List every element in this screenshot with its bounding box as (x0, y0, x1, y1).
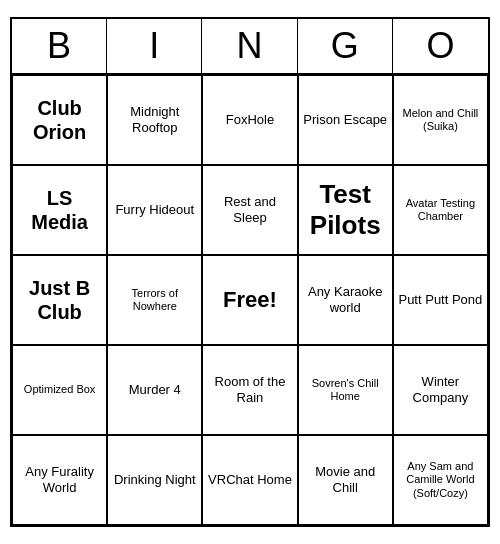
bingo-cell: FoxHole (202, 75, 297, 165)
bingo-letter: N (202, 19, 297, 73)
bingo-cell: Putt Putt Pond (393, 255, 488, 345)
bingo-cell: Room of the Rain (202, 345, 297, 435)
bingo-cell: LS Media (12, 165, 107, 255)
bingo-cell: Terrors of Nowhere (107, 255, 202, 345)
bingo-letter: I (107, 19, 202, 73)
bingo-cell: Murder 4 (107, 345, 202, 435)
bingo-cell: Any Sam and Camille World (Soft/Cozy) (393, 435, 488, 525)
bingo-cell: Any Furality World (12, 435, 107, 525)
bingo-cell: Sovren's Chill Home (298, 345, 393, 435)
bingo-cell: Test Pilots (298, 165, 393, 255)
bingo-card: BINGO Club OrionMidnight RooftopFoxHoleP… (10, 17, 490, 527)
bingo-cell: Furry Hideout (107, 165, 202, 255)
bingo-cell: Club Orion (12, 75, 107, 165)
bingo-letter: G (298, 19, 393, 73)
bingo-cell: Prison Escape (298, 75, 393, 165)
bingo-cell: Melon and Chill (Suika) (393, 75, 488, 165)
bingo-letter: B (12, 19, 107, 73)
bingo-cell: Midnight Rooftop (107, 75, 202, 165)
bingo-grid: Club OrionMidnight RooftopFoxHolePrison … (12, 75, 488, 525)
bingo-cell: Avatar Testing Chamber (393, 165, 488, 255)
bingo-cell: Optimized Box (12, 345, 107, 435)
bingo-cell: Rest and Sleep (202, 165, 297, 255)
bingo-header: BINGO (12, 19, 488, 75)
bingo-cell: Winter Company (393, 345, 488, 435)
bingo-letter: O (393, 19, 488, 73)
bingo-cell: Just B Club (12, 255, 107, 345)
bingo-cell: Free! (202, 255, 297, 345)
bingo-cell: VRChat Home (202, 435, 297, 525)
bingo-cell: Drinking Night (107, 435, 202, 525)
bingo-cell: Any Karaoke world (298, 255, 393, 345)
bingo-cell: Movie and Chill (298, 435, 393, 525)
